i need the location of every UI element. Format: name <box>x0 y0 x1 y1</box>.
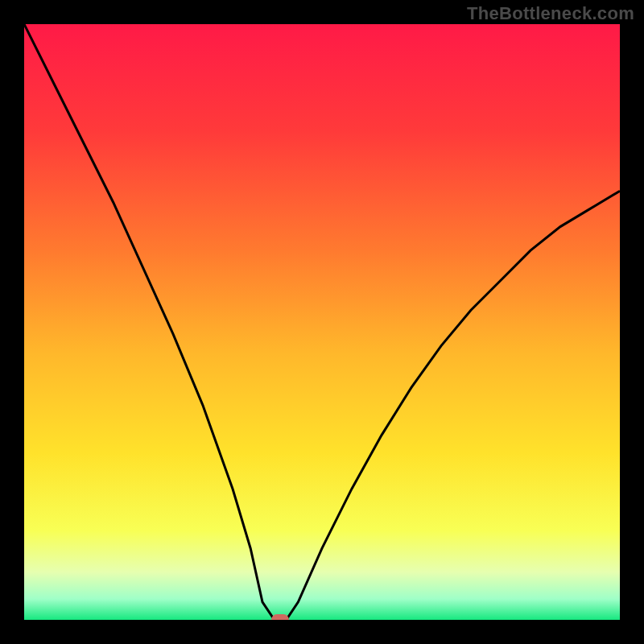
chart-frame: TheBottleneck.com <box>0 0 644 644</box>
watermark-text: TheBottleneck.com <box>467 3 634 24</box>
plot-area <box>24 24 620 620</box>
gradient-background <box>24 24 620 620</box>
optimal-marker <box>271 614 289 620</box>
chart-svg <box>24 24 620 620</box>
